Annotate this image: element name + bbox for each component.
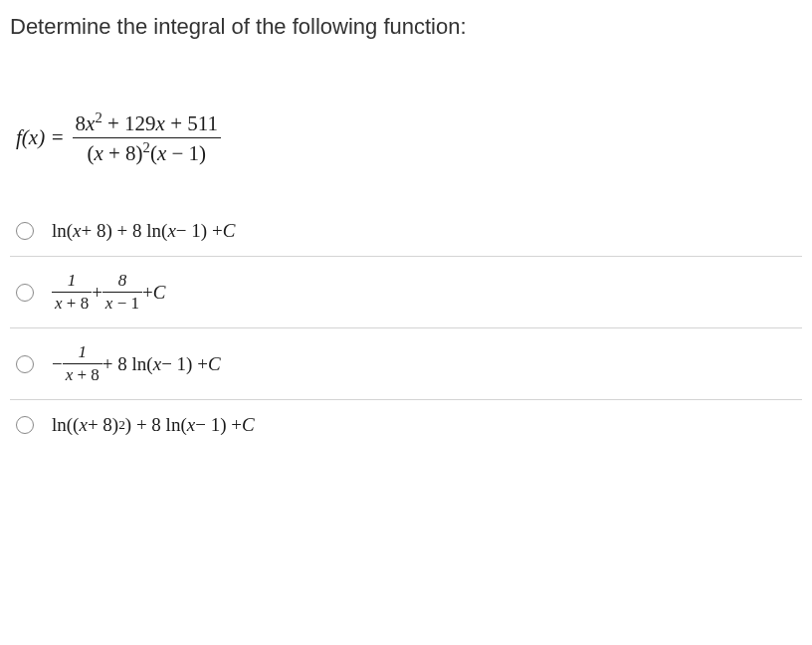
question-prompt: Determine the integral of the following …	[10, 14, 802, 40]
option-1-math: ln(x + 8) + 8 ln(x − 1) + C	[52, 220, 235, 242]
radio-icon	[16, 222, 34, 240]
option-3[interactable]: − 1 x + 8 + 8 ln(x − 1) + C	[10, 328, 802, 400]
option-4-math: ln((x + 8)2) + 8 ln(x − 1) + C	[52, 414, 255, 436]
option-4[interactable]: ln((x + 8)2) + 8 ln(x − 1) + C	[10, 400, 802, 450]
radio-icon	[16, 355, 34, 373]
function-equation: f(x) = 8x2 + 129x + 511 (x + 8)2(x − 1)	[16, 109, 802, 166]
option-3-math: − 1 x + 8 + 8 ln(x − 1) + C	[52, 342, 221, 385]
radio-icon	[16, 284, 34, 302]
options-list: ln(x + 8) + 8 ln(x − 1) + C 1 x + 8 + 8 …	[10, 206, 802, 450]
radio-icon	[16, 416, 34, 434]
option-2-math: 1 x + 8 + 8 x − 1 + C	[52, 271, 165, 314]
option-1[interactable]: ln(x + 8) + 8 ln(x − 1) + C	[10, 206, 802, 257]
option-2[interactable]: 1 x + 8 + 8 x − 1 + C	[10, 257, 802, 328]
equation-lhs: f(x) =	[16, 125, 65, 150]
